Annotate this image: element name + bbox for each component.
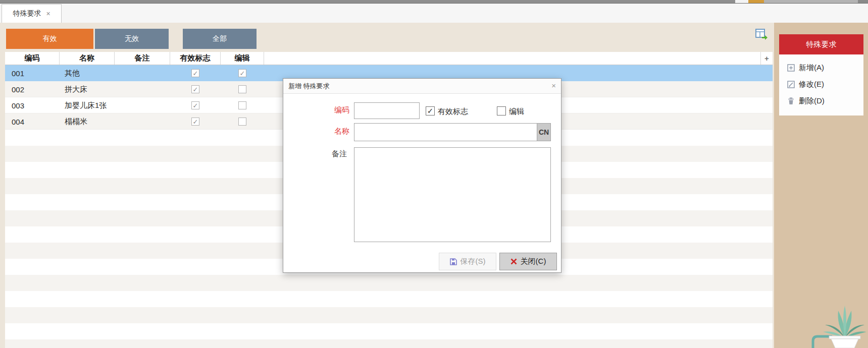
filter-invalid-button[interactable]: 无效 (95, 29, 169, 49)
code-field-label: 编码 (334, 105, 349, 115)
close-button-label: 关闭(C) (521, 257, 546, 266)
name-input-wrap: CN (354, 123, 551, 141)
cell-edit-flag (221, 97, 264, 113)
sidebar-item-label: 修改(E) (799, 80, 824, 89)
filter-all-button[interactable]: 全部 (183, 29, 257, 49)
cell-code: 001 (5, 65, 60, 81)
cell-code: 003 (5, 97, 60, 113)
tab-bar: 特殊要求 × (0, 4, 868, 23)
code-input[interactable] (354, 102, 420, 119)
cell-note (115, 81, 170, 97)
save-button-label: 保存(S) (461, 257, 486, 266)
side-panel-title: 特殊要求 (779, 34, 863, 54)
cell-valid-flag (170, 81, 221, 97)
sidebar-item-modify[interactable]: 修改(E) (779, 76, 863, 93)
valid-checkbox[interactable] (191, 85, 199, 93)
side-panel-body: 新增(A) 修改(E) 删除(D) (779, 54, 863, 115)
action-side-panel: 特殊要求 新增(A) 修改(E) (779, 34, 863, 115)
column-header-name[interactable]: 名称 (60, 52, 115, 65)
edit-checkbox[interactable] (238, 118, 246, 126)
edit-checkbox[interactable] (238, 85, 246, 93)
cell-edit-flag (221, 113, 264, 130)
grid-header-row: 编码 名称 备注 有效标志 编辑 + (5, 52, 773, 65)
save-icon (450, 258, 457, 265)
delete-icon (787, 97, 795, 105)
save-button[interactable]: 保存(S) (439, 253, 496, 270)
cell-note (115, 65, 170, 81)
cell-valid-flag (170, 97, 221, 113)
column-header-valid[interactable]: 有效标志 (170, 52, 221, 65)
add-special-requirement-dialog: 新增 特殊要求 × 编码 有效标志 编辑 名称 CN 备注 保存(S) (283, 78, 561, 273)
valid-checkbox[interactable] (191, 118, 199, 126)
sidebar-item-label: 删除(D) (799, 96, 825, 106)
sidebar-item-add[interactable]: 新增(A) (779, 60, 863, 76)
name-field-label: 名称 (334, 127, 349, 136)
edit-checkbox-label: 编辑 (509, 107, 524, 117)
tab-close-icon[interactable]: × (46, 10, 50, 17)
ime-toggle-button[interactable]: CN (537, 124, 550, 141)
cell-note (115, 97, 170, 113)
filter-valid-button[interactable]: 有效 (6, 29, 93, 49)
close-x-icon (510, 258, 517, 265)
top-strip-segment (764, 0, 858, 3)
edit-checkbox[interactable] (238, 69, 246, 77)
cell-note (115, 113, 170, 130)
top-strip-segment (748, 0, 764, 3)
cell-valid-flag (170, 113, 221, 130)
cell-code: 004 (5, 113, 60, 130)
cell-name: 榻榻米 (60, 113, 115, 130)
column-header-edit[interactable]: 编辑 (221, 52, 264, 65)
sidebar-item-delete[interactable]: 删除(D) (779, 93, 863, 109)
top-strip-segment (858, 0, 868, 3)
cell-valid-flag (170, 65, 221, 81)
top-strip-segment (735, 0, 748, 3)
column-header-note[interactable]: 备注 (115, 52, 170, 65)
dialog-title-bar[interactable]: 新增 特殊要求 × (283, 79, 561, 94)
column-header-code[interactable]: 编码 (5, 52, 60, 65)
valid-checkbox[interactable] (191, 69, 199, 77)
name-input[interactable] (354, 124, 537, 141)
cell-name: 其他 (60, 65, 115, 81)
note-textarea[interactable] (354, 147, 551, 242)
plant-decoration (806, 294, 868, 348)
cell-name: 加婴儿床1张 (60, 97, 115, 113)
add-icon (787, 64, 795, 72)
dialog-title: 新增 特殊要求 (283, 82, 330, 91)
cell-name: 拼大床 (60, 81, 115, 97)
tab-special-requirements[interactable]: 特殊要求 × (2, 4, 62, 23)
sidebar-item-label: 新增(A) (799, 63, 824, 73)
app-window: 特殊要求 × 有效 无效 全部 编码 名称 备注 有效标志 编辑 (0, 0, 868, 348)
cell-edit-flag (221, 81, 264, 97)
valid-flag-checkbox-label: 有效标志 (438, 107, 468, 117)
edit-icon (787, 81, 795, 88)
cell-edit-flag (221, 65, 264, 81)
note-field-label: 备注 (332, 149, 347, 159)
tab-label: 特殊要求 (13, 9, 41, 18)
edit-checkbox[interactable] (497, 106, 506, 115)
edit-checkbox[interactable] (238, 101, 246, 109)
dialog-close-icon[interactable]: × (551, 82, 556, 89)
cell-code: 002 (5, 81, 60, 97)
valid-checkbox[interactable] (191, 101, 199, 109)
close-button[interactable]: 关闭(C) (499, 253, 557, 270)
valid-flag-checkbox[interactable] (426, 106, 435, 115)
add-column-button[interactable]: + (760, 52, 773, 65)
export-grid-icon[interactable] (755, 29, 768, 40)
window-top-strip (0, 0, 868, 4)
